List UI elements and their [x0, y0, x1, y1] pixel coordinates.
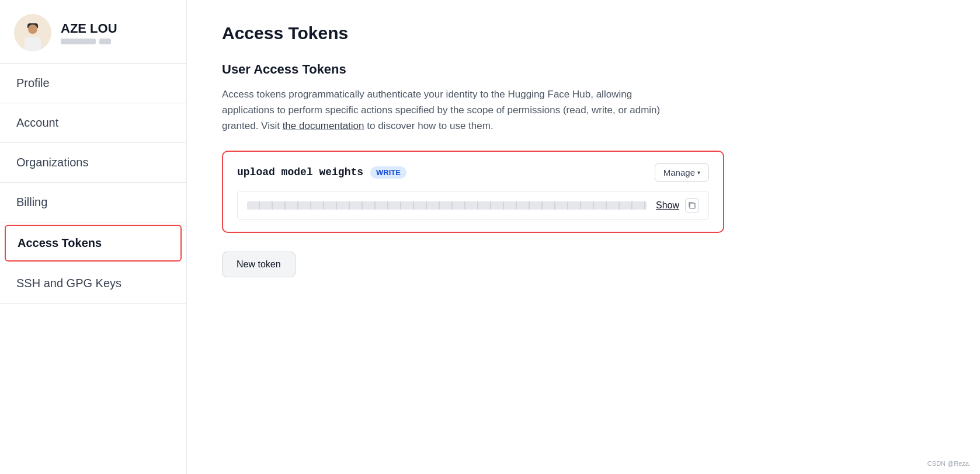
svg-rect-0 [690, 203, 695, 208]
page-title: Access Tokens [222, 23, 945, 43]
token-name: upload model weights [237, 166, 363, 178]
show-token-link[interactable]: Show [656, 200, 679, 211]
token-name-row: upload model weights WRITE [237, 166, 406, 179]
user-header: AZE LOU [0, 0, 186, 64]
sidebar-nav: Profile Account Organizations Billing Ac… [0, 64, 186, 304]
sidebar-item-organizations[interactable]: Organizations [0, 143, 186, 183]
token-badge: WRITE [370, 166, 406, 179]
chevron-down-icon: ▾ [697, 169, 700, 176]
copy-token-button[interactable] [685, 198, 699, 212]
avatar [14, 14, 51, 51]
sidebar-item-access-tokens[interactable]: Access Tokens [5, 225, 182, 262]
user-name: AZE LOU [61, 21, 117, 44]
token-card: upload model weights WRITE Manage ▾ Show [222, 151, 724, 233]
manage-button[interactable]: Manage ▾ [655, 163, 709, 182]
sidebar-item-account[interactable]: Account [0, 103, 186, 143]
description: Access tokens programmatically authentic… [222, 86, 677, 134]
token-value-placeholder [247, 201, 647, 210]
sidebar-item-profile[interactable]: Profile [0, 64, 186, 103]
main-content: Access Tokens User Access Tokens Access … [187, 0, 980, 474]
token-value-row: Show [237, 191, 709, 220]
token-actions: Show [656, 198, 699, 212]
sidebar-item-ssh-gpg-keys[interactable]: SSH and GPG Keys [0, 264, 186, 304]
documentation-link[interactable]: the documentation [283, 120, 364, 131]
new-token-button[interactable]: New token [222, 252, 296, 277]
sidebar-item-billing[interactable]: Billing [0, 183, 186, 222]
section-title: User Access Tokens [222, 62, 945, 77]
token-header: upload model weights WRITE Manage ▾ [237, 163, 709, 182]
sidebar: AZE LOU Profile Account Organizations Bi… [0, 0, 187, 474]
watermark: CSDN @Reza. [927, 460, 971, 467]
copy-icon [688, 201, 696, 210]
